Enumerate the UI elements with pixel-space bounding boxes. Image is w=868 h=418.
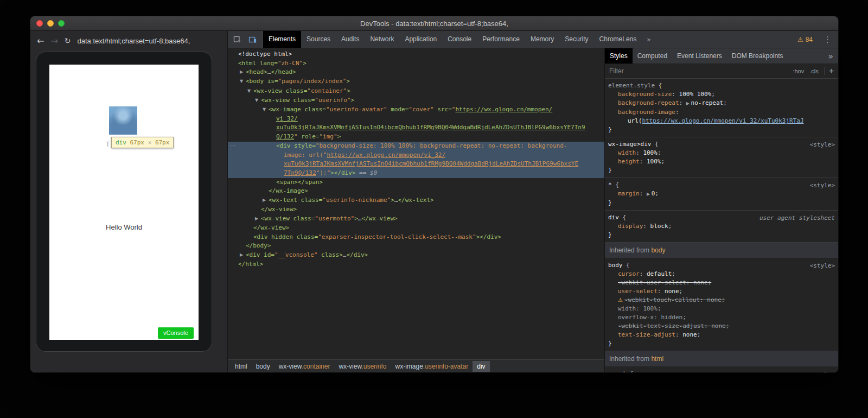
new-style-rule-button[interactable]: + (824, 67, 834, 75)
dom-tree-node[interactable]: ▼<wx-image class="userinfo-avatar" mode=… (228, 105, 604, 115)
dom-tree-node[interactable]: 7Tn9Q/132");"></div> == $0 (228, 169, 604, 178)
tab-sources[interactable]: Sources (301, 31, 336, 48)
more-options-icon[interactable]: ⋮ (817, 35, 838, 45)
tab-elements[interactable]: Elements (263, 31, 301, 48)
dom-tree-node[interactable]: xuTu0k3jRTaJKmsXVMnfjASTusInO4ibcmQbhub1… (228, 160, 604, 169)
dom-tree-node[interactable]: ▶<div id="__vconsole" class>…</div> (228, 251, 604, 260)
css-property[interactable]: -webkit-text-size-adjust: none; (608, 322, 835, 331)
expand-arrow-icon[interactable]: ▶ (240, 251, 246, 260)
css-property[interactable]: height: 100%; (608, 157, 835, 166)
styles-tab-event-listeners[interactable]: Event Listeners (672, 48, 727, 64)
css-property[interactable]: overflow-x: hidden; (608, 313, 835, 322)
element-classes-button[interactable]: .cls (809, 68, 819, 74)
css-property[interactable]: display: block; (608, 222, 835, 231)
tab-performance[interactable]: Performance (477, 31, 525, 48)
tab-network[interactable]: Network (365, 31, 399, 48)
css-property[interactable]: background-repeat: ▶ no-repeat; (608, 99, 835, 108)
rule-selector[interactable]: wx-image>div { (608, 140, 835, 149)
collapse-arrow-icon[interactable]: ▼ (240, 77, 246, 86)
rule-origin-link[interactable]: <style> (810, 181, 835, 190)
vconsole-button[interactable]: vConsole (158, 327, 194, 339)
tab-memory[interactable]: Memory (525, 31, 559, 48)
dom-tree-node[interactable]: </html> (228, 260, 604, 269)
forward-button[interactable]: → (50, 36, 58, 46)
dom-tree-node[interactable]: <div hidden class="exparser-inspector-to… (228, 233, 604, 242)
expand-longhand-icon[interactable]: ▶ (647, 192, 652, 197)
breadcrumb-item[interactable]: body (252, 361, 275, 372)
expand-longhand-icon[interactable]: ▶ (686, 101, 691, 106)
dom-tree-node[interactable]: ▶<head>…</head> (228, 68, 604, 77)
rule-selector[interactable]: element.style { (608, 81, 835, 90)
rule-selector[interactable]: body { (608, 261, 835, 270)
expand-arrow-icon[interactable]: ▶ (263, 196, 269, 205)
tab-application[interactable]: Application (399, 31, 442, 48)
styles-tab-computed[interactable]: Computed (633, 48, 672, 64)
zoom-window-button[interactable] (58, 20, 65, 27)
css-property[interactable]: text-size-adjust: none; (608, 331, 835, 339)
css-property[interactable]: width: 100%; (608, 149, 835, 157)
css-property[interactable]: ⚠-webkit-touch-callout: none; (608, 296, 835, 305)
dom-tree-node[interactable]: ▼<body is="pages/index/index"> (228, 77, 604, 86)
inspect-element-icon[interactable] (231, 33, 245, 46)
css-property[interactable]: width: 100%; (608, 305, 835, 313)
rule-origin-link[interactable]: <style> (810, 262, 835, 270)
css-property[interactable]: user-select: none; (608, 287, 835, 296)
node-link[interactable]: body (651, 246, 665, 254)
dom-tree-node[interactable]: </wx-view> (228, 205, 604, 214)
rule-selector[interactable]: :root { (608, 370, 835, 372)
breadcrumb-item[interactable]: wx-image.userinfo-avatar (391, 361, 473, 372)
reload-button[interactable]: ↻ (65, 36, 71, 45)
dom-tree-node[interactable]: ▶<wx-text class="userinfo-nickname">…</w… (228, 196, 604, 205)
node-more-actions-icon[interactable]: ⋯ (230, 142, 236, 151)
css-property[interactable]: background-image: (608, 108, 835, 117)
breadcrumb-item[interactable]: wx-view.userinfo (334, 361, 391, 372)
dom-tree-node[interactable]: </wx-image> (228, 187, 604, 196)
css-property[interactable]: background-size: 100% 100%; (608, 90, 835, 99)
tab-console[interactable]: Console (442, 31, 477, 48)
close-window-button[interactable] (36, 20, 43, 27)
expand-arrow-icon[interactable]: ▶ (240, 68, 246, 77)
css-property[interactable]: url(https://wx.qlogo.cn/mmopen/vi_32/xuT… (608, 117, 835, 125)
rule-origin-link[interactable]: <style> (810, 370, 835, 372)
window-titlebar[interactable]: DevTools - data:text/html;charset=utf-8;… (30, 16, 838, 31)
rule-origin-link[interactable]: user agent stylesheet (760, 214, 835, 223)
dom-tree-node[interactable]: ▶<wx-view class="usermotto">…</wx-view> (228, 214, 604, 224)
warning-badge[interactable]: ⚠ 84 (793, 36, 817, 43)
styles-filter-input[interactable] (609, 67, 787, 75)
dom-tree-node[interactable]: vi_32/ (228, 115, 604, 124)
styles-more-tabs-icon[interactable]: » (823, 51, 838, 61)
dom-tree-node[interactable]: ▼<wx-view class="container"> (228, 87, 604, 96)
node-link[interactable]: html (651, 355, 663, 363)
breadcrumb-item[interactable]: wx-view.container (275, 361, 335, 372)
url-link[interactable]: https://wx.qlogo.cn/mmopen/vi_32/xuTu0k3… (642, 117, 804, 124)
rule-selector[interactable]: * { (608, 181, 835, 189)
dom-tree-node[interactable]: ⋯<div style="background-size: 100% 100%;… (228, 142, 604, 151)
dom-tree-node[interactable]: <!doctype html> (228, 50, 604, 59)
tab-security[interactable]: Security (559, 31, 593, 48)
collapse-arrow-icon[interactable]: ▼ (255, 96, 261, 105)
dom-tree-node[interactable]: xuTu0k3jRTaJKmsXVMnfjASTusInO4ibcmQbhub1… (228, 123, 604, 132)
collapse-arrow-icon[interactable]: ▼ (247, 87, 253, 96)
expand-arrow-icon[interactable]: ▶ (255, 214, 261, 224)
breadcrumb-item[interactable]: html (231, 361, 252, 372)
dom-tree-node[interactable]: Q/132" role="img"> (228, 132, 604, 142)
dom-tree-node[interactable]: <html lang="zh-CN"> (228, 59, 604, 68)
more-tabs-icon[interactable]: » (642, 36, 655, 43)
css-property[interactable]: -webkit-user-select: none; (608, 278, 835, 287)
css-property[interactable]: cursor: default; (608, 270, 835, 278)
breadcrumb-item[interactable]: div (473, 361, 489, 372)
back-button[interactable]: ← (37, 36, 44, 46)
device-toolbar-icon[interactable] (246, 33, 260, 46)
dom-tree-node[interactable]: <span></span> (228, 178, 604, 187)
tab-chromelens[interactable]: ChromeLens (594, 31, 642, 48)
dom-tree-node[interactable]: ▼<wx-view class="userinfo"> (228, 96, 604, 105)
url-text[interactable]: data:text/html;charset=utf-8;base64, (78, 37, 190, 45)
dom-tree-node[interactable]: </body> (228, 242, 604, 251)
dom-tree-node[interactable]: image: url("https://wx.qlogo.cn/mmopen/v… (228, 151, 604, 160)
collapse-arrow-icon[interactable]: ▼ (263, 105, 269, 115)
styles-tab-dom-breakpoints[interactable]: DOM Breakpoints (727, 48, 788, 64)
rule-origin-link[interactable]: <style> (810, 141, 835, 149)
dom-tree-node[interactable]: </wx-view> (228, 224, 604, 233)
tab-audits[interactable]: Audits (336, 31, 365, 48)
styles-tab-styles[interactable]: Styles (605, 48, 633, 64)
